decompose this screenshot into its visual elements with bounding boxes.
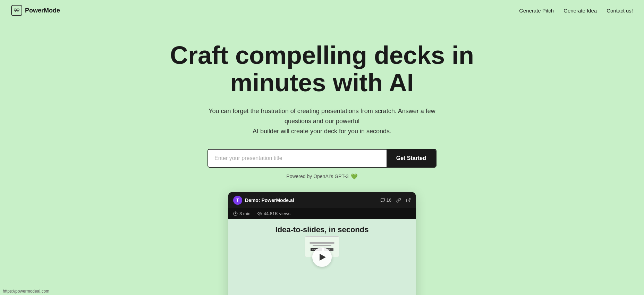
nav-generate-pitch[interactable]: Generate Pitch xyxy=(519,8,554,14)
comment-icon xyxy=(380,198,385,203)
hero-title: Craft compelling decks in minutes with A… xyxy=(131,42,513,96)
video-content: Idea-to-slides, in seconds Genera... Pow… xyxy=(228,219,416,295)
link-button[interactable] xyxy=(396,198,401,203)
hero-subtitle-line2: AI builder will create your deck for you… xyxy=(253,128,391,135)
share-icon xyxy=(406,198,411,203)
navbar: PowerMode Generate Pitch Generate Idea C… xyxy=(0,0,644,21)
video-topbar-right: 16 xyxy=(380,197,411,203)
video-views: 44.81K views xyxy=(257,211,290,216)
hero-subtitle: You can forget the frustration of creati… xyxy=(204,106,440,136)
video-avatar: T xyxy=(233,196,242,205)
video-topbar: T Demo: PowerMode.ai 16 xyxy=(228,192,416,208)
powered-by-text: Powered by OpenAI's GPT-3 xyxy=(286,174,348,179)
logo-svg xyxy=(14,7,20,14)
clock-icon xyxy=(233,211,238,216)
presentation-title-input[interactable] xyxy=(208,150,387,167)
svg-rect-1 xyxy=(17,9,19,11)
demo-video-container: T Demo: PowerMode.ai 16 xyxy=(228,192,416,295)
hero-subtitle-line1: You can forget the frustration of creati… xyxy=(209,108,435,125)
play-triangle-icon xyxy=(320,254,326,261)
nav-contact[interactable]: Contact us! xyxy=(607,8,633,14)
logo[interactable]: PowerMode xyxy=(11,5,60,16)
status-bar: https://powermodeai.com xyxy=(0,287,52,295)
get-started-button[interactable]: Get Started xyxy=(387,150,436,167)
mini-slide-line1 xyxy=(310,242,334,244)
comment-count: 16 xyxy=(387,197,391,203)
comment-button[interactable]: 16 xyxy=(380,197,391,203)
eye-icon xyxy=(257,211,262,216)
logo-text: PowerMode xyxy=(25,7,60,14)
video-title: Demo: PowerMode.ai xyxy=(245,197,294,203)
nav-generate-idea[interactable]: Generate Idea xyxy=(564,8,597,14)
video-topbar-left: T Demo: PowerMode.ai xyxy=(233,196,294,205)
nav-links: Generate Pitch Generate Idea Contact us! xyxy=(519,8,633,14)
video-stats-bar: 3 min 44.81K views xyxy=(228,208,416,219)
svg-point-4 xyxy=(259,213,260,214)
heart-icon: 💚 xyxy=(351,173,358,180)
share-button[interactable] xyxy=(406,198,411,203)
link-icon xyxy=(396,198,401,203)
status-url: https://powermodeai.com xyxy=(3,289,49,294)
hero-section: Craft compelling decks in minutes with A… xyxy=(0,21,644,295)
svg-rect-0 xyxy=(14,9,16,11)
svg-line-2 xyxy=(408,199,410,201)
video-content-title: Idea-to-slides, in seconds xyxy=(276,225,369,234)
powered-by-label: Powered by OpenAI's GPT-3 💚 xyxy=(286,173,357,180)
video-duration: 3 min xyxy=(233,211,251,216)
logo-icon xyxy=(11,5,22,16)
mini-slide-line2 xyxy=(313,245,331,246)
play-button[interactable] xyxy=(312,247,332,267)
presentation-input-row: Get Started xyxy=(207,149,437,168)
